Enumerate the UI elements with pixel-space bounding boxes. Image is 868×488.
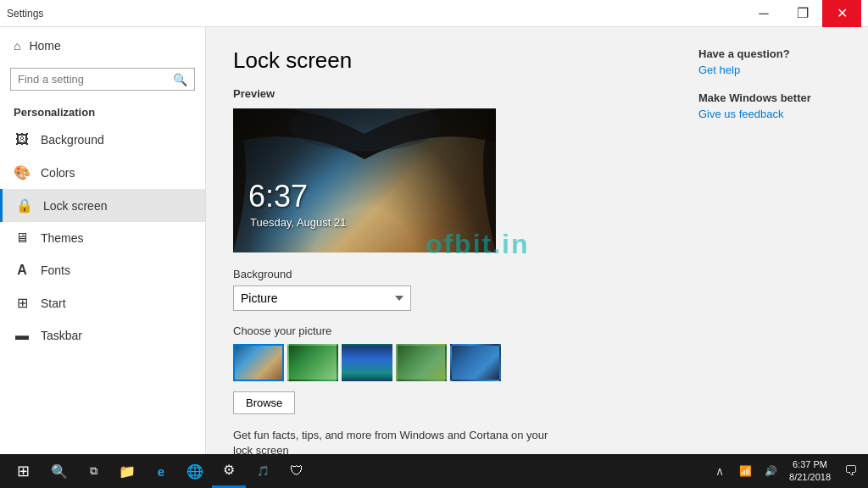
taskbar-clock[interactable]: 6:37 PM 8/21/2018 xyxy=(784,458,836,485)
sidebar-item-background[interactable]: 🖼 Background xyxy=(0,124,205,156)
sidebar-section-title: Personalization xyxy=(0,97,205,124)
sidebar-item-colors-label: Colors xyxy=(41,166,75,180)
taskbar-task-view[interactable]: ⧉ xyxy=(76,454,110,488)
sidebar-item-fonts-label: Fonts xyxy=(41,263,70,277)
home-icon: ⌂ xyxy=(14,39,20,53)
preview-label: Preview xyxy=(233,87,654,100)
sidebar-search-box[interactable]: 🔍 xyxy=(10,68,195,91)
fonts-icon: A xyxy=(14,263,31,278)
title-bar-controls: ─ ❐ ✕ xyxy=(744,0,861,27)
colors-icon: 🎨 xyxy=(14,164,31,180)
picture-thumb-1[interactable] xyxy=(233,344,284,381)
page-title: Lock screen xyxy=(233,47,654,74)
sidebar-item-background-label: Background xyxy=(41,133,104,147)
taskbar-edge[interactable]: e xyxy=(144,454,178,488)
sidebar-item-colors[interactable]: 🎨 Colors xyxy=(0,156,205,189)
background-select-wrap: Picture Windows spotlight Slideshow xyxy=(233,286,654,311)
sidebar-item-lockscreen[interactable]: 🔒 Lock screen xyxy=(0,189,205,222)
taskbar: ⊞ 🔍 ⧉ 📁 e 🌐 ⚙ 🎵 🛡 ∧ 📶 🔊 6:37 PM 8/21/201… xyxy=(0,454,868,488)
picture-thumb-2[interactable] xyxy=(287,344,338,381)
taskbar-extra1[interactable]: 🎵 xyxy=(246,454,280,488)
clock-date: 8/21/2018 xyxy=(789,471,831,484)
start-icon: ⊞ xyxy=(14,295,31,311)
background-icon: 🖼 xyxy=(14,132,31,147)
lockscreen-icon: 🔒 xyxy=(16,197,33,214)
close-button[interactable]: ✕ xyxy=(822,0,861,27)
taskbar-icon-sidebar: ▬ xyxy=(14,328,31,343)
preview-box: 6:37 Tuesday, August 21 xyxy=(233,108,496,252)
search-icon: 🔍 xyxy=(166,69,194,90)
taskbar-file-explorer[interactable]: 📁 xyxy=(110,454,144,488)
content-area: Lock screen Preview 6:37 Tuesday, August… xyxy=(206,27,682,454)
fun-facts-text: Get fun facts, tips, and more from Windo… xyxy=(233,428,555,454)
right-panel-question: Have a question? xyxy=(698,47,851,60)
sidebar-item-themes[interactable]: 🖥 Themes xyxy=(0,222,205,254)
taskbar-chrome[interactable]: 🌐 xyxy=(178,454,212,488)
sidebar-item-taskbar[interactable]: ▬ Taskbar xyxy=(0,319,205,352)
sidebar-item-home[interactable]: ⌂ Home xyxy=(0,27,205,64)
taskbar-search-button[interactable]: 🔍 xyxy=(42,454,76,488)
app-body: ⌂ Home 🔍 Personalization 🖼 Background 🎨 … xyxy=(0,27,868,454)
right-panel-make-better: Make Windows better xyxy=(698,92,851,104)
sidebar-home-label: Home xyxy=(29,39,60,53)
picture-thumb-4[interactable] xyxy=(396,344,447,381)
clock-time: 6:37 PM xyxy=(789,458,831,471)
right-panel: Have a question? Get help Make Windows b… xyxy=(682,27,868,454)
restore-button[interactable]: ❐ xyxy=(783,0,822,27)
sidebar-item-lockscreen-label: Lock screen xyxy=(43,199,107,213)
preview-time: 6:37 xyxy=(248,179,308,214)
volume-icon[interactable]: 🔊 xyxy=(759,454,782,488)
background-dropdown-label: Background xyxy=(233,268,654,280)
minimize-button[interactable]: ─ xyxy=(744,0,783,27)
title-bar: Settings ─ ❐ ✕ xyxy=(0,0,868,27)
sidebar-item-fonts[interactable]: A Fonts xyxy=(0,254,205,286)
taskbar-chevron[interactable]: ∧ xyxy=(708,454,732,488)
search-input[interactable] xyxy=(11,69,166,90)
sidebar-item-start-label: Start xyxy=(41,297,66,310)
taskbar-right: ∧ 📶 🔊 6:37 PM 8/21/2018 🗨 xyxy=(708,454,865,488)
sidebar-item-taskbar-label: Taskbar xyxy=(41,329,82,342)
choose-picture-label: Choose your picture xyxy=(233,324,654,337)
themes-icon: 🖥 xyxy=(14,230,31,246)
sidebar-item-start[interactable]: ⊞ Start xyxy=(0,286,205,319)
title-bar-title: Settings xyxy=(7,8,43,19)
taskbar-settings[interactable]: ⚙ xyxy=(212,454,246,488)
start-button[interactable]: ⊞ xyxy=(3,454,42,488)
taskbar-extra2[interactable]: 🛡 xyxy=(280,454,314,488)
preview-date: Tuesday, August 21 xyxy=(250,216,346,229)
feedback-link[interactable]: Give us feedback xyxy=(698,108,851,120)
sidebar: ⌂ Home 🔍 Personalization 🖼 Background 🎨 … xyxy=(0,27,206,454)
background-select[interactable]: Picture Windows spotlight Slideshow xyxy=(233,286,411,311)
sidebar-item-themes-label: Themes xyxy=(41,231,84,245)
network-icon[interactable]: 📶 xyxy=(733,454,757,488)
picture-thumb-3[interactable] xyxy=(342,344,392,381)
notification-button[interactable]: 🗨 xyxy=(837,454,865,488)
browse-button[interactable]: Browse xyxy=(233,391,295,414)
picture-thumb-5[interactable] xyxy=(450,344,501,381)
picture-row xyxy=(233,344,654,381)
get-help-link[interactable]: Get help xyxy=(698,64,851,76)
